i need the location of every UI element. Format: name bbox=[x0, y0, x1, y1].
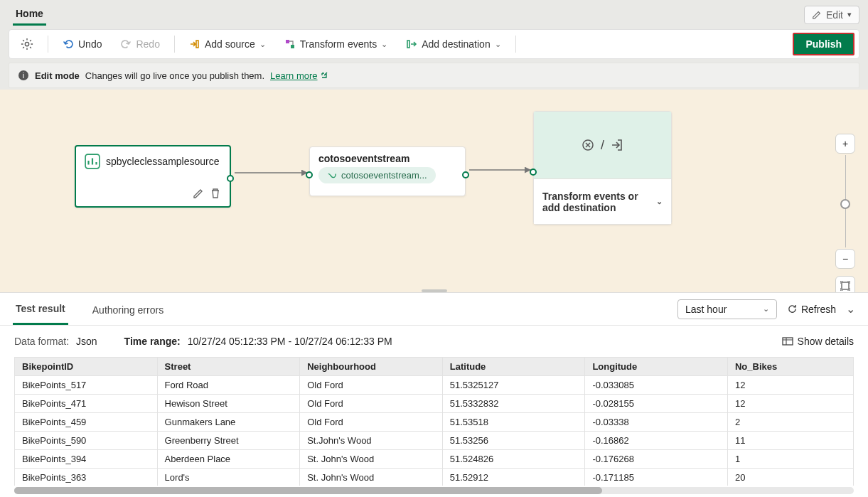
connector bbox=[466, 166, 537, 173]
output-port[interactable] bbox=[462, 171, 469, 178]
chevron-down-icon[interactable]: ⌄ bbox=[656, 197, 663, 206]
time-range-select[interactable]: Last hour ⌄ bbox=[677, 299, 777, 319]
learn-more-link[interactable]: Learn more bbox=[270, 70, 328, 81]
output-icon bbox=[610, 138, 624, 152]
pencil-icon bbox=[812, 10, 822, 20]
eventstream-title: cotosoeventstream bbox=[318, 153, 456, 164]
table-cell: 51.53256 bbox=[442, 432, 585, 450]
source-node-title: spbycleclessamplesource bbox=[106, 156, 220, 167]
source-node[interactable]: spbycleclessamplesource bbox=[75, 145, 231, 208]
table-row[interactable]: BikePoints_517Ford RoadOld Ford51.532512… bbox=[15, 376, 854, 395]
col-header[interactable]: Neighbourhood bbox=[300, 358, 443, 376]
table-cell: BikePoints_459 bbox=[15, 413, 158, 432]
svg-rect-1 bbox=[196, 41, 198, 48]
add-source-label: Add source bbox=[205, 38, 255, 50]
svg-rect-2 bbox=[286, 40, 289, 43]
pencil-icon[interactable] bbox=[193, 188, 204, 199]
horizontal-scrollbar[interactable] bbox=[14, 487, 854, 494]
redo-icon bbox=[120, 38, 132, 50]
table-cell: 20 bbox=[727, 469, 853, 486]
add-destination-button[interactable]: Add destination ⌄ bbox=[399, 34, 508, 54]
zoom-slider[interactable] bbox=[845, 155, 846, 247]
table-cell: Old Ford bbox=[300, 376, 443, 395]
table-cell: St. John's Wood bbox=[300, 469, 443, 486]
table-cell: BikePoints_471 bbox=[15, 395, 158, 413]
table-cell: Lord's bbox=[157, 469, 300, 486]
input-port[interactable] bbox=[530, 169, 537, 176]
zoom-controls: + − bbox=[835, 132, 855, 292]
add-destination-label: Add destination bbox=[422, 38, 491, 50]
eventstream-node[interactable]: cotosoeventstream cotosoeventstream... bbox=[309, 146, 466, 196]
col-header[interactable]: No_Bikes bbox=[727, 358, 853, 376]
results-table: BikepointIDStreetNeighbourhoodLatitudeLo… bbox=[14, 357, 854, 486]
table-cell: BikePoints_590 bbox=[15, 432, 158, 450]
redo-label: Redo bbox=[136, 38, 159, 50]
trash-icon[interactable] bbox=[210, 188, 221, 199]
table-cell: -0.176268 bbox=[585, 450, 728, 469]
table-cell: -0.171185 bbox=[585, 469, 728, 486]
svg-rect-9 bbox=[842, 282, 849, 289]
eventstream-pill[interactable]: cotosoeventstream... bbox=[318, 167, 436, 183]
tab-test-result[interactable]: Test result bbox=[13, 293, 68, 325]
transform-label: Transform events bbox=[300, 38, 377, 50]
col-header[interactable]: Longitude bbox=[585, 358, 728, 376]
table-cell: -0.16862 bbox=[585, 432, 728, 450]
table-cell: Hewison Street bbox=[157, 395, 300, 413]
time-range-text: 10/27/24 05:12:33 PM - 10/27/24 06:12:33… bbox=[188, 336, 392, 347]
tab-home[interactable]: Home bbox=[13, 4, 46, 26]
undo-label: Undo bbox=[78, 38, 102, 50]
table-cell: 51.53518 bbox=[442, 413, 585, 432]
col-header[interactable]: BikepointID bbox=[15, 358, 158, 376]
learn-more-label: Learn more bbox=[270, 70, 317, 81]
destination-placeholder-node[interactable]: / Transform events or add destination ⌄ bbox=[533, 111, 672, 225]
panel-resize-handle[interactable] bbox=[422, 289, 447, 292]
edit-mode-banner: i Edit mode Changes will go live once yo… bbox=[9, 63, 859, 88]
transform-icon bbox=[284, 38, 296, 50]
table-cell: -0.028155 bbox=[585, 395, 728, 413]
table-cell: Old Ford bbox=[300, 395, 443, 413]
pipeline-canvas[interactable]: spbycleclessamplesource cotosoeventstrea… bbox=[0, 90, 868, 292]
chevron-down-icon[interactable]: ⌄ bbox=[846, 302, 855, 316]
table-cell: 51.52912 bbox=[442, 469, 585, 486]
zoom-in-button[interactable]: + bbox=[835, 134, 855, 154]
table-cell: 11 bbox=[727, 432, 853, 450]
publish-button[interactable]: Publish bbox=[793, 33, 854, 55]
undo-button[interactable]: Undo bbox=[55, 34, 109, 54]
eventstream-pill-label: cotosoeventstream... bbox=[341, 170, 427, 181]
refresh-button[interactable]: Refresh bbox=[787, 304, 836, 315]
table-cell: 2 bbox=[727, 413, 853, 432]
col-header[interactable]: Latitude bbox=[442, 358, 585, 376]
redo-button[interactable]: Redo bbox=[113, 34, 166, 54]
edit-dropdown[interactable]: Edit ▾ bbox=[804, 6, 859, 24]
table-row[interactable]: BikePoints_459Gunmakers LaneOld Ford51.5… bbox=[15, 413, 854, 432]
table-row[interactable]: BikePoints_394Aberdeen PlaceSt. John's W… bbox=[15, 450, 854, 469]
table-row[interactable]: BikePoints_471Hewison StreetOld Ford51.5… bbox=[15, 395, 854, 413]
zoom-out-button[interactable]: − bbox=[835, 249, 855, 269]
table-row[interactable]: BikePoints_363Lord'sSt. John's Wood51.52… bbox=[15, 469, 854, 486]
fit-to-screen-button[interactable] bbox=[835, 276, 855, 292]
tab-authoring-errors[interactable]: Authoring errors bbox=[90, 294, 166, 324]
show-details-button[interactable]: Show details bbox=[782, 336, 854, 347]
separator bbox=[174, 36, 175, 53]
settings-button[interactable] bbox=[14, 33, 41, 55]
time-range-label: Time range: bbox=[124, 336, 181, 347]
table-cell: BikePoints_394 bbox=[15, 450, 158, 469]
scroll-thumb[interactable] bbox=[14, 487, 602, 494]
slash-sep: / bbox=[601, 138, 604, 153]
add-source-button[interactable]: Add source ⌄ bbox=[182, 34, 273, 54]
zoom-handle[interactable] bbox=[840, 199, 850, 209]
table-cell: 12 bbox=[727, 376, 853, 395]
input-port[interactable] bbox=[306, 171, 313, 178]
undo-icon bbox=[63, 38, 74, 50]
svg-rect-10 bbox=[783, 338, 793, 345]
transform-events-button[interactable]: Transform events ⌄ bbox=[277, 34, 395, 54]
connector bbox=[231, 169, 313, 176]
details-icon bbox=[782, 337, 793, 346]
separator bbox=[48, 36, 48, 53]
output-port[interactable] bbox=[227, 175, 234, 182]
col-header[interactable]: Street bbox=[157, 358, 300, 376]
transform-icon bbox=[581, 138, 595, 152]
table-cell: Gunmakers Lane bbox=[157, 413, 300, 432]
table-row[interactable]: BikePoints_590Greenberry StreetSt.John's… bbox=[15, 432, 854, 450]
svg-rect-4 bbox=[407, 41, 409, 48]
